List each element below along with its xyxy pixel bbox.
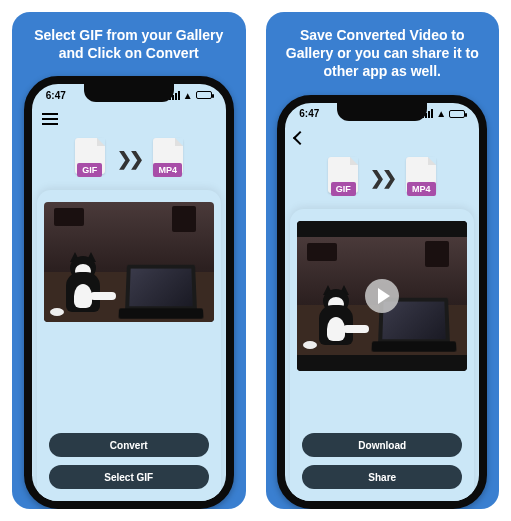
button-stack: Convert Select GIF [49,415,209,501]
video-preview[interactable] [297,221,467,371]
arrow-icon: ❯❯ [117,148,141,170]
content-card: Download Share [290,209,474,501]
status-time: 6:47 [46,90,66,101]
target-file-label: MP4 [407,182,436,196]
panel-title: Save Converted Video to Gallery or you c… [266,26,500,95]
menu-icon[interactable] [42,113,58,125]
status-time: 6:47 [299,108,319,119]
source-file-label: GIF [77,163,102,177]
target-file-label: MP4 [153,163,182,177]
wifi-icon: ▲ [183,90,193,101]
app-topbar [32,106,226,132]
target-file-icon: MP4 [404,157,438,199]
video-top-bar [297,221,467,237]
source-file-icon: GIF [326,157,360,199]
video-bottom-bar [297,355,467,371]
gif-preview[interactable] [44,202,214,322]
conversion-header: GIF ❯❯ MP4 [32,132,226,190]
wifi-icon: ▲ [436,108,446,119]
content-card: Convert Select GIF [37,190,221,501]
promo-panel-2: Save Converted Video to Gallery or you c… [266,12,500,509]
share-button[interactable]: Share [302,465,462,489]
convert-button[interactable]: Convert [49,433,209,457]
back-icon[interactable] [293,130,307,144]
app-topbar [285,125,479,151]
panel-title: Select GIF from your Gallery and Click o… [12,26,246,76]
source-file-label: GIF [331,182,356,196]
phone-mockup: 6:47 ▲ GIF ❯❯ MP4 [24,76,234,509]
battery-icon [196,91,212,99]
battery-icon [449,110,465,118]
phone-mockup: 6:47 ▲ GIF ❯❯ MP4 [277,95,487,509]
target-file-icon: MP4 [151,138,185,180]
conversion-header: GIF ❯❯ MP4 [285,151,479,209]
phone-notch [337,103,427,121]
promo-panel-1: Select GIF from your Gallery and Click o… [12,12,246,509]
phone-notch [84,84,174,102]
status-indicators: ▲ [169,90,212,101]
play-icon[interactable] [365,279,399,313]
status-indicators: ▲ [422,108,465,119]
select-gif-button[interactable]: Select GIF [49,465,209,489]
download-button[interactable]: Download [302,433,462,457]
button-stack: Download Share [302,415,462,501]
arrow-icon: ❯❯ [370,167,394,189]
source-file-icon: GIF [73,138,107,180]
